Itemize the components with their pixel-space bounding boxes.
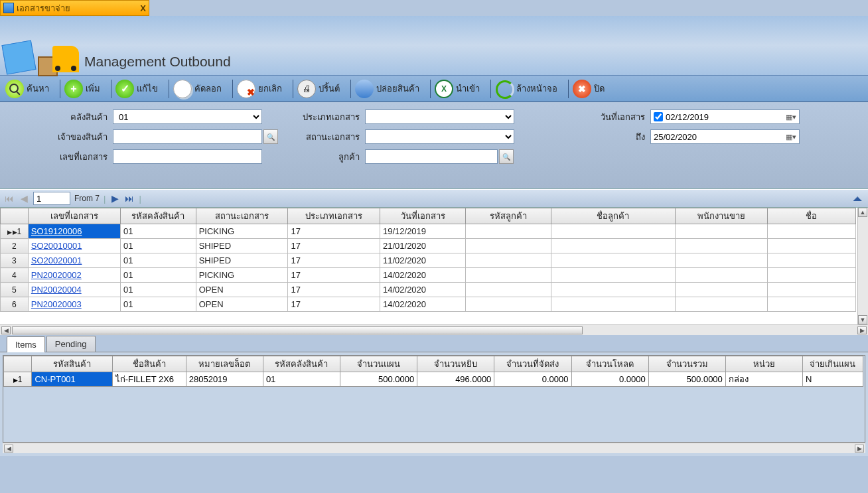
pager-page-input[interactable] xyxy=(33,192,70,205)
filter-panel: คลังสินค้า 01 เจ้าของสินค้า 🔍 เลขที่เอกส… xyxy=(0,102,868,189)
main-grid[interactable]: เลขที่เอกสารรหัสคลังสินค้าสถานะเอกสารประ… xyxy=(0,208,868,324)
close-button[interactable]: ✖ปิด xyxy=(571,78,610,100)
doc-link[interactable]: SO20010001 xyxy=(31,241,82,251)
tab-items[interactable]: Items xyxy=(7,336,45,352)
owner-label: เจ้าของสินค้า xyxy=(7,130,113,144)
customer-lookup-button[interactable]: 🔍 xyxy=(499,149,514,164)
docstatus-label: สถานะเอกสาร xyxy=(285,130,365,144)
column-header[interactable]: จำนวนแผน xyxy=(340,356,417,372)
scroll-down-icon[interactable]: ▼ xyxy=(858,315,867,324)
pager: ⏮ ◀ From 7 | ▶ ⏭ | ⏶ xyxy=(0,189,868,208)
doc-link[interactable]: SO19120006 xyxy=(31,226,82,236)
customer-label: ลูกค้า xyxy=(285,150,365,164)
table-row[interactable]: 3SO2002000101SHIPED1711/02/2020 xyxy=(1,253,856,268)
photos-icon xyxy=(1,40,36,74)
window-title: เอกสารขาจ่าย xyxy=(17,1,70,15)
table-row[interactable]: ▶1SO1912000601PICKING1719/12/2019 xyxy=(1,224,856,239)
column-header[interactable]: รหัสลูกค้า xyxy=(466,208,551,224)
docstatus-select[interactable] xyxy=(365,129,514,144)
column-header[interactable]: ชื่อสินค้า xyxy=(112,356,186,372)
column-header[interactable]: ชื่อ xyxy=(767,208,855,224)
pager-first-button[interactable]: ⏮ xyxy=(4,193,15,204)
edit-button[interactable]: ✓แก้ไข xyxy=(114,78,163,100)
date-from-input[interactable]: 02/12/2019 ▦▾ xyxy=(650,109,800,124)
column-header[interactable]: จ่ายเกินแผน xyxy=(802,356,863,372)
column-header[interactable]: ประเภทเอกสาร xyxy=(288,208,380,224)
scroll-thumb[interactable] xyxy=(12,326,583,334)
column-header[interactable]: รหัสคลังสินค้า xyxy=(120,208,196,224)
cancel-button[interactable]: ยกเลิก xyxy=(236,78,287,100)
close-icon[interactable]: X xyxy=(140,3,146,13)
vertical-scrollbar[interactable]: ▲ ▼ xyxy=(857,208,868,324)
column-header[interactable]: รหัสสินค้า xyxy=(32,356,112,372)
page-title: Management Outbound xyxy=(84,54,231,70)
column-header[interactable]: จำนวนโหลด xyxy=(571,356,648,372)
table-row[interactable]: 4PN2002000201PICKING1714/02/2020 xyxy=(1,268,856,283)
forklift-icon xyxy=(52,46,79,72)
column-header[interactable]: หน่วย xyxy=(725,356,802,372)
table-row[interactable]: 2SO2001000101SHIPED1721/01/2020 xyxy=(1,239,856,253)
import-button[interactable]: Xนำเข้า xyxy=(433,78,485,100)
date-from-checkbox[interactable] xyxy=(654,112,663,121)
calendar-icon[interactable]: ▦▾ xyxy=(786,113,796,121)
window-icon xyxy=(3,3,14,13)
refresh-icon xyxy=(495,80,514,98)
print-button[interactable]: 🖨ปริ้นต์ xyxy=(296,78,345,100)
docno-label: เลขที่เอกสาร xyxy=(7,150,113,164)
excel-icon: X xyxy=(435,80,453,98)
warehouse-label: คลังสินค้า xyxy=(7,110,113,124)
plus-icon: + xyxy=(64,80,83,98)
docdate-label: วันที่เอกสาร xyxy=(564,110,650,124)
check-icon: ✓ xyxy=(115,80,134,98)
doc-link[interactable]: PN20020002 xyxy=(31,270,82,280)
table-row[interactable]: ▶1CN-PT001ไก่-FILLET 2X62805201901500.00… xyxy=(4,372,863,387)
column-header[interactable]: วันที่เอกสาร xyxy=(380,208,465,224)
window-tab[interactable]: เอกสารขาจ่าย X xyxy=(0,0,149,16)
tab-pending[interactable]: Pending xyxy=(46,336,96,352)
date-to-input[interactable]: 25/02/2020 ▦▾ xyxy=(650,129,800,144)
table-row[interactable]: 5PN2002000401OPEN1714/02/2020 xyxy=(1,283,856,297)
scroll-left-icon[interactable]: ◀ xyxy=(4,445,13,453)
calendar-icon[interactable]: ▦▾ xyxy=(786,133,796,141)
release-button[interactable]: ปล่อยสินค้า xyxy=(354,78,425,100)
scroll-right-icon[interactable]: ▶ xyxy=(855,445,864,453)
column-header[interactable]: รหัสคลังสินค้า xyxy=(263,356,340,372)
copy-icon xyxy=(173,80,192,98)
doc-link[interactable]: SO20020001 xyxy=(31,255,82,265)
column-header[interactable]: จำนวนที่จัดส่ง xyxy=(494,356,571,372)
detail-grid[interactable]: รหัสสินค้าชื่อสินค้าหมายเลขล็อตรหัสคลังส… xyxy=(3,355,865,443)
logo xyxy=(4,42,79,72)
scroll-left-icon[interactable]: ◀ xyxy=(1,326,11,334)
table-row[interactable]: 6PN2002000301OPEN1714/02/2020 xyxy=(1,297,856,312)
doc-link[interactable]: PN20020003 xyxy=(31,299,82,309)
pager-prev-button[interactable]: ◀ xyxy=(19,193,29,204)
column-header[interactable]: จำนวนหยิบ xyxy=(417,356,494,372)
expand-icon[interactable]: ⏶ xyxy=(852,192,864,206)
column-header[interactable]: จำนวนรวม xyxy=(648,356,725,372)
warehouse-select[interactable]: 01 xyxy=(113,109,262,124)
pager-next-button[interactable]: ▶ xyxy=(109,193,120,204)
scroll-right-icon[interactable]: ▶ xyxy=(857,326,867,334)
docno-input[interactable] xyxy=(113,149,262,164)
column-header[interactable]: ชื่อลูกค้า xyxy=(551,208,676,224)
column-header[interactable]: เลขที่เอกสาร xyxy=(28,208,120,224)
pager-last-button[interactable]: ⏭ xyxy=(124,193,135,204)
close-circle-icon: ✖ xyxy=(573,80,591,98)
column-header[interactable]: หมายเลขล็อต xyxy=(186,356,263,372)
scroll-up-icon[interactable]: ▲ xyxy=(858,208,867,217)
customer-input[interactable] xyxy=(365,149,498,164)
column-header[interactable]: พนักงานขาย xyxy=(676,208,768,224)
horizontal-scrollbar[interactable]: ◀ ▶ xyxy=(0,324,868,335)
owner-input[interactable] xyxy=(113,129,262,144)
column-header[interactable]: สถานะเอกสาร xyxy=(196,208,288,224)
doctype-select[interactable] xyxy=(365,109,514,124)
doc-link[interactable]: PN20020004 xyxy=(31,285,82,295)
doctype-label: ประเภทเอกสาร xyxy=(285,110,365,124)
search-button[interactable]: ค้นหา xyxy=(4,78,54,100)
copy-button[interactable]: คัดลอก xyxy=(172,78,227,100)
date-to-label: ถึง xyxy=(564,130,650,144)
owner-lookup-button[interactable]: 🔍 xyxy=(263,129,278,144)
detail-horizontal-scrollbar[interactable]: ◀ ▶ xyxy=(3,443,865,453)
clear-button[interactable]: ล้างหน้าจอ xyxy=(494,78,563,100)
add-button[interactable]: +เพิ่ม xyxy=(63,78,106,100)
